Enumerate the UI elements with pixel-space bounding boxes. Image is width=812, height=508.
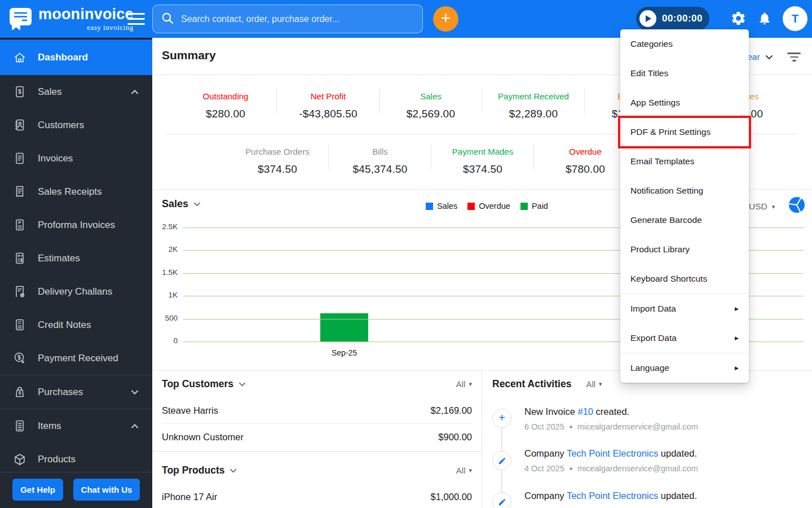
invoice-link[interactable]: #10 [577,406,593,417]
menu-item-email-templates[interactable]: Email Templates [620,147,749,176]
submenu-arrow-icon: ▶ [735,335,739,341]
menu-item-keyboard-shortcuts[interactable]: Keyboard Shortcuts [620,264,749,294]
customer-row[interactable]: Unknown Customer $900.00 [162,424,472,450]
menu-item-edit-titles[interactable]: Edit Titles [620,59,749,88]
sales-doc-icon: $ [12,85,27,99]
play-icon[interactable] [639,10,656,27]
sidebar-item-sales-receipts[interactable]: Sales Receipts [0,175,152,208]
paid-bar[interactable] [320,313,368,341]
svg-text:$: $ [18,88,21,94]
timer-value: 00:00:00 [662,13,703,24]
menu-item-categories[interactable]: Categories [620,29,749,59]
chart-title-dropdown[interactable]: Sales [162,198,201,210]
sidebar-item-purchases[interactable]: $ Purchases [0,375,152,409]
stat-value: $2,289.00 [482,108,585,120]
sidebar-item-invoices[interactable]: Invoices [0,142,152,175]
sidebar-item-estimates[interactable]: Estimates [0,242,152,275]
chevron-down-icon [765,55,773,60]
stat-bills: Bills $45,374.50 [329,134,431,189]
settings-gear-icon[interactable] [730,10,747,28]
brand-logo[interactable]: mooninvoice easy invoicing [7,6,134,33]
sidebar-item-credit-notes[interactable]: C Credit Notes [0,308,152,341]
bullet-dot [570,426,572,428]
sidebar-footer: Get Help Chat with Us [0,479,152,501]
menu-item-generate-barcode[interactable]: Generate Barcode [620,205,749,235]
sidebar-item-dashboard[interactable]: Dashboard [0,40,152,75]
product-row[interactable]: iPhone 17 Air $1,000.00 [162,484,472,508]
chat-with-us-button[interactable]: Chat with Us [73,479,140,501]
menu-item-notification-setting[interactable]: Notification Setting [620,176,749,205]
svg-text:P: P [18,220,21,225]
global-search[interactable] [152,5,423,33]
sidebar-item-delivery-challans[interactable]: Delivery Challans [0,275,152,308]
items-list-icon [12,419,27,433]
avatar-initial: T [792,12,798,25]
sidebar-item-label: Customers [38,120,84,131]
stat-value: $374.50 [226,163,329,176]
settings-dropdown-menu: Categories Edit Titles App Settings PDF … [620,29,749,383]
top-products-filter[interactable]: All ▾ [456,466,472,475]
search-icon [161,12,174,27]
search-input[interactable] [180,14,414,25]
menu-item-product-library[interactable]: Product Library [620,235,749,264]
menu-item-language[interactable]: Language ▶ [620,353,749,383]
sidebar-item-label: Items [38,421,61,432]
legend-label: Sales [437,202,457,211]
sidebar-item-items[interactable]: Items [0,409,152,443]
proforma-icon: P [12,218,27,233]
y-tick-label: 500 [152,314,178,322]
sidebar-item-products[interactable]: Products [0,443,152,476]
stat-value: $45,374.50 [329,163,431,176]
menu-item-import-data[interactable]: Import Data ▶ [620,294,749,323]
sidebar-item-label: Payment Received [38,353,118,364]
stat-value: $2,569.00 [379,108,482,120]
stat-label: Bills [329,147,431,156]
sidebar-item-label: Purchases [38,387,83,398]
menu-item-pdf-print-settings[interactable]: PDF & Print Settings [620,117,749,147]
customer-row[interactable]: Steave Harris $2,169.00 [162,397,472,424]
stat-label: Payment Received [482,91,585,101]
legend-label: Paid [532,202,548,211]
top-customers-title[interactable]: Top Customers [162,378,246,390]
sidebar-item-label: Dashboard [38,52,88,63]
moon-invoice-logo-icon [7,6,33,33]
estimates-icon [12,251,27,266]
menu-item-export-data[interactable]: Export Data ▶ [620,323,749,353]
sidebar-item-label: Invoices [38,153,73,164]
receipt-icon [12,185,27,199]
top-customers-filter[interactable]: All ▾ [456,379,472,389]
recent-activities-filter[interactable]: All ▾ [586,379,602,389]
svg-text:C: C [18,320,21,325]
plus-icon: + [498,412,505,423]
quick-add-button[interactable]: + [433,6,458,32]
sidebar-item-sales[interactable]: $ Sales [0,75,152,108]
company-link[interactable]: Tech Point Electronics [567,491,658,501]
sidebar: Dashboard $ Sales Customers Invoices Sal… [0,38,152,508]
delivery-challan-icon [12,284,27,299]
sidebar-item-payment-received[interactable]: $ Payment Received [0,341,152,375]
y-tick-label: 1.5K [152,268,178,277]
hamburger-menu-icon[interactable] [127,13,145,25]
legend-swatch [520,203,528,210]
sidebar-item-customers[interactable]: Customers [0,108,152,142]
currency-selector[interactable]: USD ▾ [749,202,775,212]
notifications-bell-icon[interactable] [757,11,772,28]
stat-purchase-orders: Purchase Orders $374.50 [226,134,329,189]
menu-item-label: Export Data [630,333,677,343]
top-products-title[interactable]: Top Products [162,465,237,476]
get-help-button[interactable]: Get Help [12,479,63,501]
stat-label: Sales [379,91,482,101]
filter-icon[interactable] [786,51,802,64]
activity-date: 4 Oct 2025 [524,464,564,473]
time-tracker[interactable]: 00:00:00 [636,7,709,30]
pie-chart-toggle-icon[interactable] [788,196,805,215]
customer-name: Steave Harris [162,405,218,416]
menu-item-app-settings[interactable]: App Settings [620,88,749,117]
sidebar-item-proforma-invoices[interactable]: P Proforma Invoices [0,208,152,242]
chart-legend: SalesOverduePaid [426,202,548,211]
pencil-icon [498,457,506,465]
sidebar-divider [0,472,152,472]
company-link[interactable]: Tech Point Electronics [567,448,658,458]
user-avatar[interactable]: T [783,6,807,31]
pencil-icon [498,498,506,506]
